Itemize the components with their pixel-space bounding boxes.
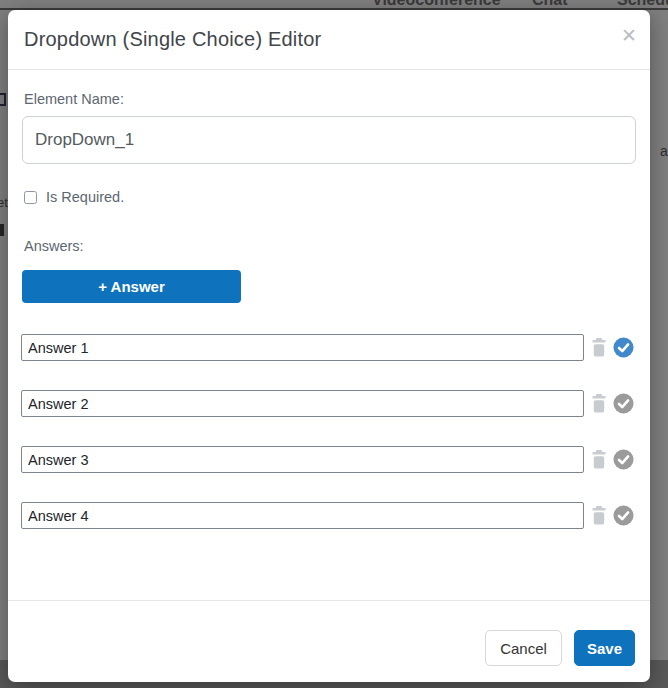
confirm-answer-icon[interactable] [613, 393, 634, 414]
answer-row [21, 446, 634, 473]
answer-input[interactable] [21, 334, 584, 361]
confirm-answer-icon[interactable] [613, 449, 634, 470]
delete-answer-icon[interactable] [592, 450, 606, 469]
confirm-answer-icon[interactable] [613, 505, 634, 526]
answer-row [21, 502, 634, 529]
dropdown-editor-dialog: Dropdown (Single Choice) Editor ✕ Elemen… [8, 10, 650, 682]
close-icon[interactable]: ✕ [616, 22, 642, 48]
add-answer-button[interactable]: + Answer [22, 270, 241, 303]
confirm-answer-icon[interactable] [613, 337, 634, 358]
dialog-header: Dropdown (Single Choice) Editor [8, 10, 650, 70]
element-name-label: Element Name: [24, 91, 124, 107]
delete-answer-icon[interactable] [592, 506, 606, 525]
answer-input[interactable] [21, 502, 584, 529]
element-name-input[interactable] [22, 116, 636, 164]
is-required-row: Is Required. [24, 189, 124, 205]
cancel-button[interactable]: Cancel [485, 630, 562, 666]
answer-input[interactable] [21, 390, 584, 417]
save-button[interactable]: Save [574, 630, 635, 666]
delete-answer-icon[interactable] [592, 394, 606, 413]
is-required-checkbox[interactable] [24, 191, 37, 204]
is-required-label: Is Required. [46, 189, 124, 205]
dialog-footer: Cancel Save [8, 600, 650, 682]
delete-answer-icon[interactable] [592, 338, 606, 357]
answer-row [21, 390, 634, 417]
answer-input[interactable] [21, 446, 584, 473]
dialog-title: Dropdown (Single Choice) Editor [24, 28, 321, 51]
answers-label: Answers: [24, 238, 84, 254]
answer-row [21, 334, 634, 361]
